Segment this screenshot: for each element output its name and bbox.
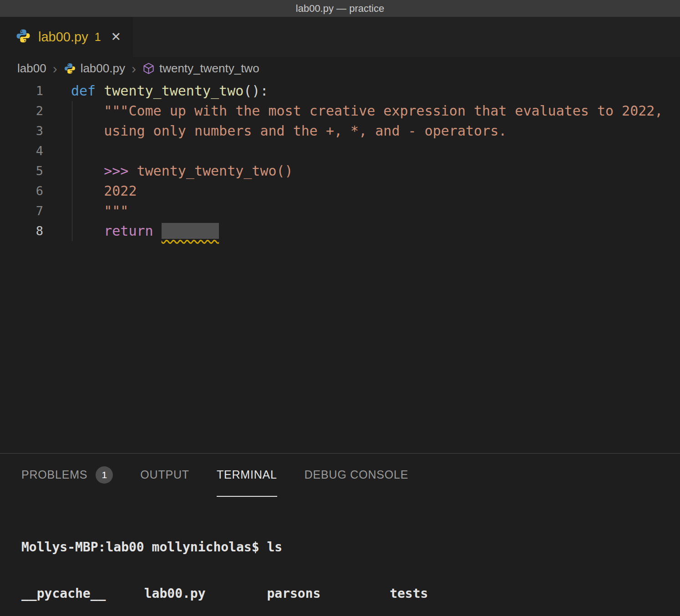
terminal-line: Mollys-MBP:lab00 mollynicholas$ ls: [21, 540, 680, 555]
tab-output[interactable]: OUTPUT: [140, 454, 189, 497]
code-text: def twenty_twenty_two():: [71, 81, 268, 101]
panel-tab-bar: PROBLEMS1 OUTPUT TERMINAL DEBUG CONSOLE: [0, 454, 680, 497]
line-number: 3: [0, 121, 43, 141]
code-line-7: 7 """: [0, 201, 680, 221]
python-icon: [15, 28, 31, 45]
code-text: return: [71, 221, 219, 241]
tab-terminal[interactable]: TERMINAL: [217, 454, 277, 497]
code-text: 2022: [71, 181, 137, 201]
code-text: >>> twenty_twenty_two(): [71, 161, 293, 181]
editor-tab-bar: lab00.py 1 ✕: [0, 17, 680, 57]
code-line-4: 4: [0, 141, 680, 161]
line-number: 8: [0, 221, 43, 241]
terminal[interactable]: Mollys-MBP:lab00 mollynicholas$ ls __pyc…: [0, 497, 680, 616]
breadcrumb-item-lab00-py[interactable]: lab00.py: [81, 61, 125, 76]
line-number: 2: [0, 101, 43, 121]
code-editor[interactable]: 1def twenty_twenty_two(): 2 """Come up w…: [0, 80, 680, 453]
code-line-6: 6 2022: [0, 181, 680, 201]
tab-debug-console[interactable]: DEBUG CONSOLE: [304, 454, 409, 497]
code-text: """: [71, 201, 128, 221]
tab-label: lab00.py: [38, 30, 88, 45]
problems-count-badge: 1: [96, 466, 113, 484]
breadcrumb: lab00 › lab00.py › twenty_twenty_two: [0, 57, 680, 80]
tab-output-label: OUTPUT: [140, 468, 189, 481]
breadcrumb-item-symbol[interactable]: twenty_twenty_two: [159, 61, 259, 76]
code-text: using only numbers and the +, *, and - o…: [71, 121, 507, 141]
tab-debug-console-label: DEBUG CONSOLE: [304, 468, 409, 481]
symbol-cube-icon: [142, 62, 155, 75]
return-blank-placeholder[interactable]: [162, 223, 219, 239]
close-tab-icon[interactable]: ✕: [111, 30, 122, 44]
line-number: 4: [0, 141, 43, 161]
tab-problem-count: 1: [95, 30, 101, 44]
tab-problems[interactable]: PROBLEMS1: [21, 454, 113, 497]
code-line-1: 1def twenty_twenty_two():: [0, 81, 680, 101]
code-line-8: 8 return: [0, 221, 680, 241]
breadcrumb-item-lab00[interactable]: lab00: [17, 61, 46, 76]
window-title-bar: lab00.py — practice: [0, 0, 680, 17]
line-number: 5: [0, 161, 43, 181]
window-title: lab00.py — practice: [296, 3, 384, 15]
line-number: 6: [0, 181, 43, 201]
line-number: 1: [0, 81, 43, 101]
code-line-5: 5 >>> twenty_twenty_two(): [0, 161, 680, 181]
chevron-separator-icon: ›: [53, 62, 57, 76]
tab-terminal-label: TERMINAL: [217, 468, 277, 481]
code-line-2: 2 """Come up with the most creative expr…: [0, 101, 680, 121]
python-icon: [64, 62, 76, 75]
indent-guide: [72, 101, 72, 241]
bottom-panel: PROBLEMS1 OUTPUT TERMINAL DEBUG CONSOLE …: [0, 453, 680, 616]
line-number: 7: [0, 201, 43, 221]
tab-problems-label: PROBLEMS: [21, 468, 87, 481]
tab-lab00-py[interactable]: lab00.py 1 ✕: [0, 17, 133, 57]
chevron-separator-icon: ›: [132, 62, 136, 76]
terminal-line: __pycache__ lab00.py parsons tests: [21, 586, 680, 601]
code-text: """Come up with the most creative expres…: [71, 101, 663, 121]
code-line-3: 3 using only numbers and the +, *, and -…: [0, 121, 680, 141]
